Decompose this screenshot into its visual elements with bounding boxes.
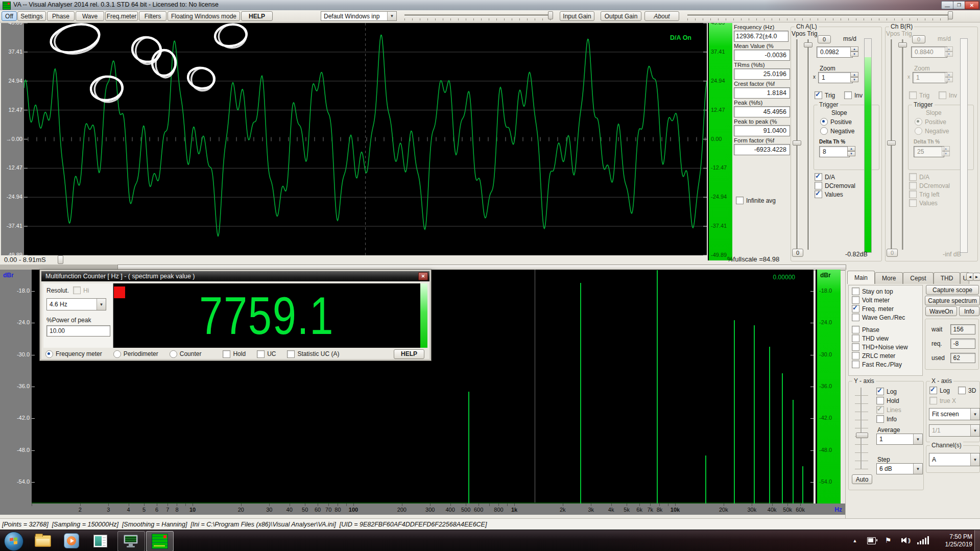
frequency-meter-radio[interactable]: Frequency meter (45, 350, 102, 358)
cha-trig-handle[interactable] (804, 42, 812, 47)
counter-radio[interactable]: Counter (170, 350, 202, 358)
waveon-button[interactable]: WaveOn (925, 306, 957, 316)
close-button[interactable]: ✕ (965, 1, 979, 9)
cha-da-checkbox[interactable]: D/A (815, 173, 835, 181)
input-device-combo[interactable]: Default Windows inp ▼ (321, 11, 397, 21)
chb-dcremoval-checkbox[interactable]: DCremoval (909, 182, 950, 189)
x-log-checkbox[interactable]: Log (929, 387, 950, 394)
start-button[interactable] (4, 532, 23, 551)
cha-zoom-spinner[interactable]: ▲▼ (850, 72, 858, 82)
taskbar-item-scope-app[interactable] (117, 531, 145, 551)
cha-vpos-handle[interactable] (793, 140, 801, 146)
taskbar-item-viewer[interactable] (89, 533, 111, 549)
tray-expand-icon[interactable]: ▲ (851, 537, 859, 544)
action-center-flag-icon[interactable]: ⚑ (883, 535, 893, 545)
step-combo[interactable]: 6 dB ▼ (876, 463, 923, 474)
scope-offset-handle[interactable] (58, 255, 63, 264)
scope-plot[interactable]: D/A On (24, 23, 707, 255)
y-log-checkbox[interactable]: Log (876, 388, 897, 395)
input-gain-slider[interactable] (404, 14, 553, 16)
chb-trig-handle[interactable] (898, 42, 907, 47)
chb-msd-field[interactable]: 0.8840 (911, 46, 947, 58)
periodimeter-radio[interactable]: Periodimeter (113, 350, 158, 358)
feature-checkbox-wave-gen-rec[interactable]: Wave Gen./Rec (852, 314, 922, 321)
cha-delta-field[interactable]: 8 (819, 146, 850, 157)
chb-slope-negative-radio[interactable]: Negative (915, 127, 949, 135)
cha-trig-checkbox[interactable]: Trig (815, 91, 835, 99)
freq-meter-button[interactable]: Freq.meter (105, 11, 138, 21)
y-info-checkbox[interactable]: Info (876, 415, 897, 423)
ratio-combo[interactable]: 1/1 ▼ (929, 424, 980, 437)
auto-button[interactable]: Auto (852, 474, 872, 484)
chb-inv-checkbox[interactable]: Inv (939, 91, 957, 99)
settings-button[interactable]: Settings (17, 11, 46, 21)
y-hold-checkbox[interactable]: Hold (876, 397, 899, 404)
cha-slope-positive-radio[interactable]: Positive (820, 118, 852, 126)
feature-checkbox-zrlc-meter[interactable]: ZRLC meter (852, 352, 922, 360)
about-button[interactable]: About (644, 11, 679, 21)
chb-trigleft-checkbox[interactable]: Trig left (909, 190, 940, 198)
cha-inv-checkbox[interactable]: Inv (844, 91, 863, 99)
chb-delta-field[interactable]: 25 (914, 146, 944, 157)
chb-msd-spinner[interactable]: ▲▼ (945, 46, 953, 57)
chb-zoom-field[interactable]: 1 (913, 72, 947, 83)
clock[interactable]: 7:50 PM 1/25/2019 (936, 532, 972, 549)
chb-trig-checkbox[interactable]: Trig (909, 91, 929, 99)
infinite-avg-checkbox[interactable]: Infinite avg (736, 197, 776, 204)
taskbar-item-visual-analyser[interactable] (146, 531, 174, 551)
tab-main[interactable]: Main (847, 271, 875, 284)
capture-scope-button[interactable]: Capture scope (926, 285, 979, 295)
cha-values-checkbox[interactable]: Values (815, 190, 843, 198)
fit-screen-combo[interactable]: Fit screen ▼ (929, 408, 980, 420)
tab-more[interactable]: More (875, 272, 903, 284)
chb-slope-positive-radio[interactable]: Positive (915, 118, 946, 126)
cha-msd-spinner[interactable]: ▲▼ (850, 46, 858, 57)
floating-windows-button[interactable]: Floating Windows mode (168, 11, 240, 21)
chb-delta-spinner[interactable]: ▲▼ (942, 146, 950, 156)
chb-zero2-button[interactable]: 0 (887, 249, 898, 257)
statistic-uc-checkbox[interactable]: Statistic UC (A) (287, 350, 339, 358)
feature-checkbox-freq-meter[interactable]: Freq. meter (852, 305, 922, 313)
tab-cepst[interactable]: Cepst (903, 272, 933, 284)
help-button[interactable]: HELP (241, 11, 273, 21)
tab-scroll-right[interactable]: ► (973, 273, 980, 281)
output-gain-button[interactable]: Output Gain (601, 11, 641, 21)
feature-checkbox-volt-meter[interactable]: Volt meter (852, 296, 922, 304)
filters-button[interactable]: Filters (139, 11, 166, 21)
network-signal-icon[interactable] (917, 536, 929, 544)
uc-checkbox[interactable]: UC (257, 350, 276, 358)
counter-close-button[interactable]: ✕ (418, 272, 428, 280)
input-gain-button[interactable]: Input Gain (560, 11, 594, 21)
show-desktop-button[interactable] (974, 530, 980, 551)
info-button[interactable]: Info (959, 306, 979, 316)
battery-icon[interactable] (867, 537, 877, 544)
average-combo[interactable]: 1 ▼ (876, 434, 923, 445)
cha-zero2-button[interactable]: 0 (792, 249, 803, 257)
y-scale-slider[interactable] (855, 388, 868, 469)
output-gain-slider[interactable] (687, 14, 953, 16)
volume-icon[interactable]: )) (900, 535, 912, 545)
capture-spectrum-button[interactable]: Capture spectrum (925, 296, 980, 305)
resolution-combo[interactable]: 4.6 Hz ▼ (46, 298, 106, 310)
chb-values-checkbox[interactable]: Values (909, 199, 938, 207)
taskbar-item-media-player[interactable] (60, 533, 83, 549)
hold-checkbox[interactable]: Hold (223, 350, 246, 358)
tab-thd[interactable]: THD (934, 272, 961, 284)
counter-help-button[interactable]: HELP (394, 349, 424, 359)
counter-title-bar[interactable]: Multifunction Counter [ Hz ] - ( spectru… (41, 271, 429, 281)
cha-msd-field[interactable]: 0.0982 (817, 46, 853, 58)
chb-vpos-handle[interactable] (887, 140, 896, 146)
feature-checkbox-fast-rec-play[interactable]: Fast Rec./Play (852, 361, 922, 368)
input-gain-handle[interactable] (548, 11, 553, 19)
taskbar-item-explorer[interactable] (32, 533, 54, 549)
hi-res-checkbox[interactable]: Hi (73, 286, 89, 294)
chb-zoom-spinner[interactable]: ▲▼ (945, 72, 953, 82)
feature-checkbox-phase[interactable]: Phase (852, 326, 922, 333)
phase-button[interactable]: Phase (47, 11, 75, 21)
cha-delta-spinner[interactable]: ▲▼ (847, 146, 855, 156)
output-gain-handle[interactable] (948, 11, 953, 19)
feature-checkbox-thd-view[interactable]: THD view (852, 334, 922, 342)
off-button[interactable]: Off (2, 11, 17, 21)
minimize-button[interactable]: — (941, 1, 953, 9)
chb-da-checkbox[interactable]: D/A (909, 173, 929, 181)
